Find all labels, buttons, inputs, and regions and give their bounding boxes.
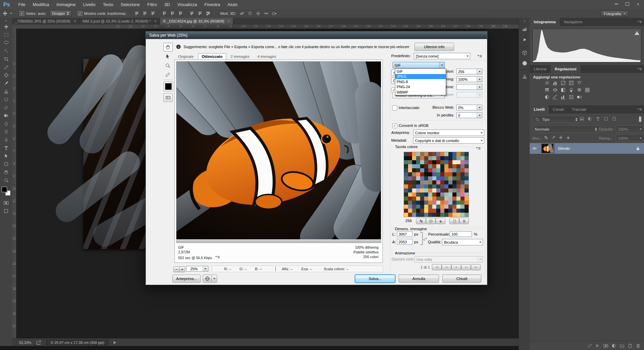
color-swatch[interactable] [452, 201, 456, 205]
filter-smart-objects-icon[interactable] [612, 116, 616, 121]
blocco-web-field[interactable]: 0% [456, 105, 482, 110]
color-swatch[interactable] [412, 168, 416, 172]
color-swatch[interactable] [408, 180, 412, 184]
layer-visibility-eye-icon[interactable] [532, 146, 537, 151]
color-swatch[interactable] [404, 184, 408, 188]
distribute-horizontal-centers-icon[interactable] [188, 10, 196, 17]
color-swatch[interactable] [456, 180, 460, 184]
alone-field[interactable] [456, 84, 482, 90]
optimize-menu-icon[interactable] [477, 54, 482, 59]
tab-tracciati[interactable]: Tracciati [568, 105, 590, 113]
posterize-icon[interactable] [553, 95, 558, 100]
color-swatch[interactable] [420, 193, 424, 197]
color-swatch[interactable] [404, 160, 408, 164]
color-swatch[interactable] [416, 168, 420, 172]
color-swatch[interactable] [465, 193, 469, 197]
color-swatch[interactable] [465, 172, 469, 176]
percent-field[interactable]: 100 [450, 231, 472, 237]
new-group-icon[interactable] [619, 343, 625, 348]
layer-effects-icon[interactable]: fx [595, 343, 600, 348]
color-swatch[interactable] [456, 176, 460, 180]
color-swatch[interactable] [424, 152, 428, 156]
color-swatch[interactable] [416, 213, 420, 217]
format-option-png-24[interactable]: PNG-24 [395, 84, 446, 90]
interlacciato-checkbox[interactable] [392, 105, 397, 110]
color-swatch[interactable] [440, 156, 444, 160]
constrain-link-icon[interactable] [422, 236, 428, 242]
color-swatch[interactable] [428, 152, 432, 156]
new-adjustment-layer-icon[interactable] [611, 343, 616, 348]
color-swatch[interactable] [436, 180, 440, 184]
map-transparency-button[interactable] [416, 218, 426, 224]
color-swatch[interactable] [465, 160, 469, 164]
color-swatch[interactable] [416, 156, 420, 160]
color-swatch[interactable] [428, 213, 432, 217]
color-swatch[interactable] [456, 201, 460, 205]
color-swatch[interactable] [460, 172, 465, 176]
color-swatch[interactable] [465, 180, 469, 184]
color-swatch[interactable] [465, 152, 469, 156]
color-swatch[interactable] [416, 193, 420, 197]
color-swatch[interactable] [432, 180, 436, 184]
in-perdita-field[interactable]: 0 [456, 112, 482, 118]
color-swatch[interactable] [444, 176, 448, 180]
color-swatch[interactable] [465, 213, 469, 217]
color-swatch[interactable] [448, 205, 452, 209]
menu-item-visualizza[interactable]: Visualizza [174, 2, 201, 7]
color-swatch[interactable] [424, 176, 428, 180]
height-field[interactable]: 2053 [397, 239, 412, 245]
tab-istogramma[interactable]: Istogramma [530, 18, 560, 26]
color-swatch[interactable] [440, 201, 444, 205]
spot-healing-tool[interactable] [2, 71, 10, 79]
color-swatch[interactable] [460, 209, 465, 213]
color-swatch[interactable] [444, 184, 448, 188]
color-swatch[interactable] [436, 176, 440, 180]
color-swatch[interactable] [420, 197, 424, 201]
uncached-refresh-warning-icon[interactable] [634, 30, 640, 36]
metadati-dropdown[interactable]: Copyright e dati di contatto [413, 137, 484, 144]
lock-color-button[interactable] [436, 218, 445, 224]
color-swatch[interactable] [444, 201, 448, 205]
color-swatch[interactable] [460, 193, 465, 197]
chevron-down-icon[interactable] [477, 92, 482, 97]
color-swatch[interactable] [444, 152, 448, 156]
color-swatch[interactable] [416, 160, 420, 164]
color-swatch[interactable] [436, 160, 440, 164]
filter-type-layers-icon[interactable] [596, 116, 600, 121]
zoom-level[interactable]: 33,33% [19, 341, 31, 345]
align-bottom-edges-icon[interactable] [149, 10, 157, 17]
color-swatch[interactable] [408, 172, 412, 176]
color-swatch[interactable] [460, 168, 465, 172]
link-layers-icon[interactable] [587, 343, 592, 348]
color-swatch[interactable] [408, 164, 412, 168]
menu-item-modifica[interactable]: Modifica [29, 2, 53, 7]
tab-navigatore[interactable]: Navigatore [560, 18, 587, 26]
color-swatch[interactable] [408, 188, 412, 193]
color-swatch[interactable] [448, 209, 452, 213]
color-swatch[interactable] [424, 156, 428, 160]
color-swatch[interactable] [452, 172, 456, 176]
color-swatch[interactable] [404, 172, 408, 176]
color-swatch[interactable] [444, 172, 448, 176]
color-swatch[interactable] [408, 152, 412, 156]
auto-select-checkbox[interactable]: ✓ [19, 11, 24, 16]
align-horizontal-centers-icon[interactable] [169, 10, 176, 17]
align-right-edges-icon[interactable] [177, 10, 184, 17]
tab-livelli[interactable]: Livelli [530, 105, 549, 113]
pen-tool[interactable] [2, 136, 10, 144]
color-swatch[interactable] [448, 180, 452, 184]
color-swatch[interactable] [452, 152, 456, 156]
color-swatch[interactable] [416, 180, 420, 184]
color-swatch[interactable] [424, 205, 428, 209]
lasso-tool[interactable] [2, 39, 10, 47]
color-swatch[interactable] [440, 184, 444, 188]
preview-tab-ottimizzato[interactable]: Ottimizzato [198, 53, 226, 60]
color-swatch[interactable] [448, 152, 452, 156]
color-swatch[interactable] [432, 188, 436, 193]
color-swatch[interactable] [416, 176, 420, 180]
menu-item-filtro[interactable]: Filtro [144, 2, 161, 7]
color-swatch[interactable] [436, 184, 440, 188]
layers-menu-icon[interactable] [637, 105, 644, 113]
filter-shape-layers-icon[interactable] [604, 116, 608, 121]
color-swatch[interactable] [448, 164, 452, 168]
